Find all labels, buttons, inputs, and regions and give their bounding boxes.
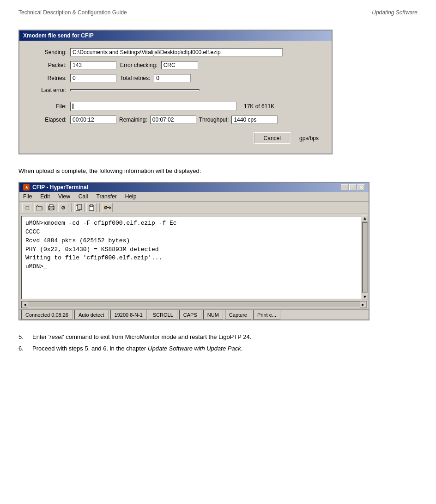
ht-terminal[interactable]: uMON>xmodem -cd -F cfipf000.elf.ezip -f … bbox=[21, 216, 361, 299]
ht-title-left: ★ CFIP - HyperTerminal bbox=[23, 184, 88, 191]
svg-point-8 bbox=[104, 206, 107, 209]
cancel-button[interactable]: Cancel bbox=[254, 132, 291, 144]
total-retries-input: 0 bbox=[154, 74, 191, 82]
ht-hscroll-left-button[interactable]: ◄ bbox=[22, 301, 28, 308]
ht-menu-edit[interactable]: Edit bbox=[38, 193, 52, 200]
ht-menu-transfer[interactable]: Transfer bbox=[95, 193, 119, 200]
elapsed-input: 00:00:12 bbox=[70, 116, 116, 124]
ht-scrollbar-vertical: ▲ ▼ bbox=[361, 214, 369, 301]
svg-rect-2 bbox=[49, 205, 53, 207]
ht-sb-track[interactable] bbox=[362, 222, 368, 293]
ht-scrollbar-horizontal: ◄ ► bbox=[21, 301, 367, 308]
ht-sb-down-button[interactable]: ▼ bbox=[362, 294, 368, 300]
ht-sb-up-button[interactable]: ▲ bbox=[362, 215, 368, 221]
ht-status-caps: CAPS bbox=[179, 310, 201, 320]
file-size: 17K of 611K bbox=[244, 103, 274, 110]
ht-statusbar: Connected 0:08:26 Auto detect 19200 8-N-… bbox=[19, 309, 369, 320]
xmodem-dialog: Xmodem file send for CFIP Sending: C:\Do… bbox=[18, 30, 333, 154]
remaining-input: 00:07:02 bbox=[150, 116, 196, 124]
ht-tb-connect[interactable] bbox=[103, 203, 113, 212]
list-item-5: 5. Enter 'reset' command to exit from Mi… bbox=[18, 333, 418, 340]
list-content-5: Enter 'reset' command to exit from Micro… bbox=[32, 333, 418, 340]
ht-tb-new[interactable]: □ bbox=[22, 203, 32, 212]
ht-menu-help[interactable]: Help bbox=[123, 193, 139, 200]
dialog-bottom: Cancel gps/bps bbox=[29, 130, 322, 146]
ht-hscroll-right-button[interactable]: ► bbox=[360, 301, 366, 308]
retries-label: Retries: bbox=[29, 75, 70, 81]
packet-label: Packet: bbox=[29, 62, 70, 68]
list-num-6: 6. bbox=[18, 345, 32, 352]
ht-status-print: Print e... bbox=[253, 310, 280, 320]
throughput-input: 1440 cps bbox=[231, 116, 278, 124]
throughput-label: Throughput: bbox=[199, 117, 229, 123]
file-row: File: 17K of 611K bbox=[29, 102, 322, 111]
xmodem-body: Sending: C:\Documents and Settings\Vital… bbox=[19, 41, 332, 154]
ht-tb-copy[interactable] bbox=[74, 203, 85, 212]
upload-complete-text: When upload is complete, the following i… bbox=[18, 167, 418, 174]
svg-rect-0 bbox=[36, 207, 42, 210]
hyperterminal-wrapper: ★ CFIP - HyperTerminal _ □ ✕ File Edit V… bbox=[18, 182, 418, 320]
ht-minimize-button[interactable]: _ bbox=[341, 184, 348, 191]
ht-maximize-button[interactable]: □ bbox=[349, 184, 357, 191]
file-label: File: bbox=[29, 103, 70, 110]
ht-titlebar: ★ CFIP - HyperTerminal _ □ ✕ bbox=[19, 183, 369, 192]
ht-menu-call[interactable]: Call bbox=[77, 193, 90, 200]
xmodem-title: Xmodem file send for CFIP bbox=[19, 31, 332, 41]
error-checking-input: CRC bbox=[161, 61, 198, 69]
hyperterminal-window: ★ CFIP - HyperTerminal _ □ ✕ File Edit V… bbox=[18, 182, 369, 320]
list-item-6: 6. Proceed with steps 5. and 6. in the c… bbox=[18, 345, 418, 352]
ht-tb-open[interactable] bbox=[34, 203, 44, 212]
ht-menubar: File Edit View Call Transfer Help bbox=[19, 192, 369, 202]
last-error-row: Last error: bbox=[29, 87, 322, 93]
ht-tb-separator-2 bbox=[99, 203, 100, 212]
file-input bbox=[70, 102, 236, 111]
header-right: Updating Software bbox=[372, 9, 418, 16]
ht-tb-separator-1 bbox=[71, 203, 72, 212]
reset-command: reset bbox=[49, 333, 63, 340]
retries-row: Retries: 0 Total retries: 0 bbox=[29, 74, 322, 82]
ht-tb-paste[interactable] bbox=[86, 203, 97, 212]
svg-rect-7 bbox=[90, 205, 93, 207]
ht-app-icon: ★ bbox=[23, 184, 30, 191]
retries-input: 0 bbox=[70, 74, 116, 82]
packet-input: 143 bbox=[70, 61, 116, 69]
elapsed-label: Elapsed: bbox=[29, 117, 70, 123]
sending-label: Sending: bbox=[29, 49, 70, 55]
numbered-list: 5. Enter 'reset' command to exit from Mi… bbox=[18, 333, 418, 352]
ht-content-area: uMON>xmodem -cd -F cfipf000.elf.ezip -f … bbox=[19, 214, 369, 301]
ht-hscroll-track[interactable] bbox=[28, 302, 360, 307]
list-num-5: 5. bbox=[18, 333, 32, 340]
header-left: Technical Description & Configuration Gu… bbox=[18, 9, 127, 16]
svg-rect-3 bbox=[49, 208, 53, 210]
ht-status-connected: Connected 0:08:26 bbox=[21, 310, 73, 320]
ht-close-button[interactable]: ✕ bbox=[357, 184, 365, 191]
svg-point-10 bbox=[109, 207, 111, 209]
last-error-input bbox=[70, 89, 200, 91]
ht-toolbar: □ ⚙ bbox=[19, 202, 369, 214]
sending-row: Sending: C:\Documents and Settings\Vital… bbox=[29, 48, 322, 56]
ht-status-auto-detect: Auto detect bbox=[74, 310, 109, 320]
svg-rect-5 bbox=[78, 204, 82, 209]
ht-menu-file[interactable]: File bbox=[21, 193, 34, 200]
error-checking-label: Error checking: bbox=[120, 62, 157, 68]
last-error-label: Last error: bbox=[29, 87, 70, 93]
ht-window-buttons: _ □ ✕ bbox=[341, 184, 365, 191]
ht-tb-print[interactable] bbox=[46, 203, 56, 212]
ht-status-scroll: SCROLL bbox=[149, 310, 177, 320]
total-retries-label: Total retries: bbox=[120, 75, 150, 81]
elapsed-row: Elapsed: 00:00:12 Remaining: 00:07:02 Th… bbox=[29, 116, 322, 124]
ht-tb-properties[interactable]: ⚙ bbox=[58, 203, 68, 212]
remaining-label: Remaining: bbox=[119, 117, 147, 123]
sending-input: C:\Documents and Settings\Vitalijsl\Desk… bbox=[70, 48, 283, 56]
ht-status-capture: Capture bbox=[225, 310, 251, 320]
file-cursor bbox=[73, 104, 73, 109]
page-header: Technical Description & Configuration Gu… bbox=[18, 9, 418, 16]
ht-menu-view[interactable]: View bbox=[56, 193, 72, 200]
packet-row: Packet: 143 Error checking: CRC bbox=[29, 61, 322, 69]
list-content-6: Proceed with steps 5. and 6. in the chap… bbox=[32, 345, 418, 352]
xmodem-dialog-wrapper: Xmodem file send for CFIP Sending: C:\Do… bbox=[18, 30, 418, 154]
ht-status-baud: 19200 8-N-1 bbox=[110, 310, 147, 320]
update-software-ref: Update Software with Update Pack bbox=[148, 345, 241, 352]
ht-status-num: NUM bbox=[203, 310, 223, 320]
gpsbps-label: gps/bps bbox=[296, 134, 322, 142]
